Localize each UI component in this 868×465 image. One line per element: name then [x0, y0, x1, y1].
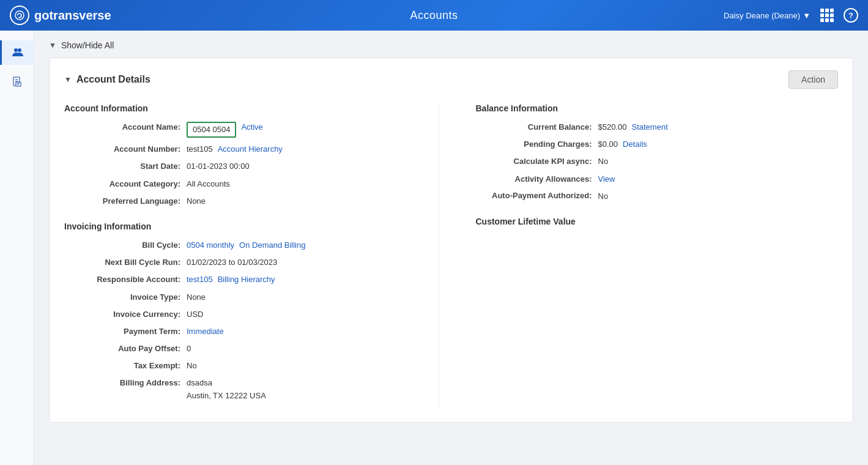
invoice-currency-text: USD	[187, 309, 203, 320]
invoice-type-text: None	[187, 292, 206, 303]
responsible-account-value: test105 Billing Hierarchy	[187, 274, 275, 285]
auto-payment-value: No	[598, 191, 609, 202]
tax-exempt-text: No	[187, 360, 197, 371]
details-grid: Account Information Account Name: 0504 0…	[64, 103, 838, 407]
user-menu[interactable]: Daisy Deane (Deane) ▼	[724, 11, 811, 20]
pending-charges-value: $0.00 Details	[598, 139, 647, 150]
account-number-text: test105	[187, 144, 213, 155]
bill-cycle-value: 0504 monthly On Demand Billing	[187, 240, 305, 251]
nav-right: Daisy Deane (Deane) ▼ ?	[724, 8, 858, 23]
responsible-account-link[interactable]: test105	[187, 274, 213, 285]
app-name: gotransverse	[34, 9, 111, 23]
invoicing-section: Invoicing Information Bill Cycle: 0504 m…	[64, 221, 426, 401]
top-navigation: gotransverse Accounts Daisy Deane (Deane…	[0, 0, 868, 31]
activity-allowances-row: Activity Allowances: View	[476, 174, 839, 185]
logo-icon	[10, 6, 29, 25]
activity-allowances-label: Activity Allowances:	[476, 174, 598, 185]
invoice-type-value: None	[187, 292, 206, 303]
current-balance-value: $520.00 Statement	[598, 122, 668, 133]
calculate-kpi-value: No	[598, 156, 609, 167]
invoice-currency-value: USD	[187, 309, 203, 320]
payment-term-link[interactable]: Immediate	[187, 326, 224, 337]
app-logo[interactable]: gotransverse	[10, 6, 111, 25]
account-category-text: All Accounts	[187, 179, 230, 190]
account-name-box: 0504 0504	[187, 122, 236, 138]
payment-term-row: Payment Term: Immediate	[64, 326, 426, 337]
billing-address-value: dsadsa Austin, TX 12222 USA	[187, 378, 266, 401]
tax-exempt-row: Tax Exempt: No	[64, 360, 426, 371]
sidebar-item-documents[interactable]	[5, 70, 29, 94]
app-layout: ▼ Show/Hide All ▼ Account Details Action…	[0, 31, 868, 465]
tax-exempt-label: Tax Exempt:	[64, 360, 187, 371]
sidebar-item-accounts[interactable]	[0, 40, 34, 65]
chevron-down-icon: ▼	[803, 11, 811, 20]
calculate-kpi-text: No	[598, 156, 609, 167]
people-icon	[12, 46, 24, 59]
balance-information-heading: Balance Information	[476, 103, 839, 113]
card-header: ▼ Account Details Action	[64, 70, 838, 89]
next-bill-cycle-label: Next Bill Cycle Run:	[64, 257, 187, 268]
billing-hierarchy-link[interactable]: Billing Hierarchy	[218, 274, 275, 285]
show-hide-bar[interactable]: ▼ Show/Hide All	[49, 40, 853, 50]
account-category-value: All Accounts	[187, 179, 230, 190]
auto-pay-offset-row: Auto Pay Offset: 0	[64, 343, 426, 354]
next-bill-cycle-text: 01/02/2023 to 01/03/2023	[187, 257, 277, 268]
billing-address-line2: Austin, TX 12222 USA	[187, 390, 266, 401]
bill-cycle-label: Bill Cycle:	[64, 240, 187, 251]
account-name-row: Account Name: 0504 0504 Active	[64, 122, 426, 138]
activity-allowances-link[interactable]: View	[598, 174, 615, 185]
invoicing-heading: Invoicing Information	[64, 221, 426, 231]
account-hierarchy-link[interactable]: Account Hierarchy	[218, 144, 283, 155]
account-name-value: 0504 0504 Active	[187, 122, 263, 138]
help-icon[interactable]: ?	[844, 8, 858, 23]
responsible-account-row: Responsible Account: test105 Billing Hie…	[64, 274, 426, 285]
apps-grid-icon[interactable]	[820, 9, 834, 22]
pending-charges-label: Pending Charges:	[476, 139, 598, 150]
action-button[interactable]: Action	[788, 70, 838, 89]
invoice-type-row: Invoice Type: None	[64, 292, 426, 303]
auto-payment-text: No	[598, 191, 609, 202]
card-title: ▼ Account Details	[64, 74, 150, 85]
start-date-row: Start Date: 01-01-2023 00:00	[64, 161, 426, 172]
statement-link[interactable]: Statement	[632, 122, 668, 133]
payment-term-label: Payment Term:	[64, 326, 187, 337]
activity-allowances-value: View	[598, 174, 615, 185]
account-status-link[interactable]: Active	[241, 122, 262, 133]
auto-pay-offset-value: 0	[187, 343, 191, 354]
next-bill-cycle-value: 01/02/2023 to 01/03/2023	[187, 257, 277, 268]
next-bill-cycle-row: Next Bill Cycle Run: 01/02/2023 to 01/03…	[64, 257, 426, 268]
calculate-kpi-row: Calculate KPI async: No	[476, 156, 839, 167]
details-link[interactable]: Details	[623, 139, 647, 150]
right-column: Balance Information Current Balance: $52…	[464, 103, 839, 407]
show-hide-label: Show/Hide All	[61, 40, 114, 50]
start-date-value: 01-01-2023 00:00	[187, 161, 250, 172]
payment-term-value: Immediate	[187, 326, 224, 337]
calculate-kpi-label: Calculate KPI async:	[476, 156, 598, 167]
invoice-currency-row: Invoice Currency: USD	[64, 309, 426, 320]
account-details-card: ▼ Account Details Action Account Informa…	[49, 58, 853, 423]
document-icon	[11, 76, 23, 88]
current-balance-row: Current Balance: $520.00 Statement	[476, 122, 839, 133]
clv-heading: Customer Lifetime Value	[476, 217, 839, 226]
preferred-language-label: Preferred Language:	[64, 196, 187, 207]
bill-cycle-link[interactable]: 0504 monthly	[187, 240, 234, 251]
current-balance-text: $520.00	[598, 122, 627, 133]
svg-point-0	[15, 11, 24, 20]
pending-charges-row: Pending Charges: $0.00 Details	[476, 139, 839, 150]
account-details-title: Account Details	[76, 74, 150, 85]
account-number-label: Account Number:	[64, 144, 187, 155]
left-column: Account Information Account Name: 0504 0…	[64, 103, 439, 407]
clv-section: Customer Lifetime Value	[476, 217, 839, 226]
billing-address-label: Billing Address:	[64, 378, 187, 401]
account-category-row: Account Category: All Accounts	[64, 179, 426, 190]
bill-cycle-row: Bill Cycle: 0504 monthly On Demand Billi…	[64, 240, 426, 251]
account-category-label: Account Category:	[64, 179, 187, 190]
page-heading: Accounts	[410, 9, 458, 22]
billing-address-row: Billing Address: dsadsa Austin, TX 12222…	[64, 378, 426, 401]
collapse-arrow-icon: ▼	[49, 41, 56, 50]
invoice-currency-label: Invoice Currency:	[64, 309, 187, 320]
tax-exempt-value: No	[187, 360, 197, 371]
preferred-language-text: None	[187, 196, 206, 207]
current-balance-label: Current Balance:	[476, 122, 598, 133]
on-demand-billing-link[interactable]: On Demand Billing	[239, 240, 305, 251]
